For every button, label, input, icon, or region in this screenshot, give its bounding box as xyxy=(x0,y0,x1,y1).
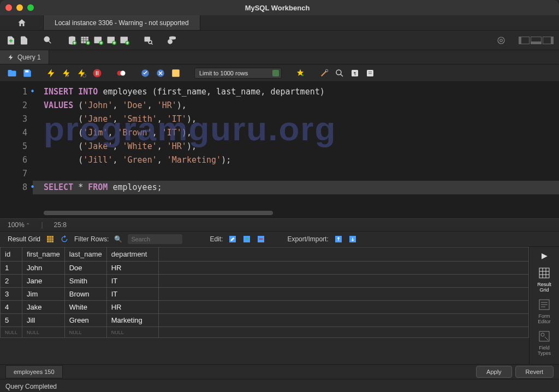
create-procedure-icon[interactable] xyxy=(106,35,117,46)
line-number: 6 xyxy=(0,153,27,167)
field-types-icon xyxy=(538,330,551,343)
commit-icon[interactable] xyxy=(140,68,151,79)
result-grid[interactable]: id first_name last_name department 1John… xyxy=(0,247,529,364)
svg-point-20 xyxy=(325,69,328,72)
svg-point-16 xyxy=(121,70,126,75)
home-tab[interactable] xyxy=(0,15,44,30)
connection-tab[interactable]: Local instance 3306 - Warning - not supp… xyxy=(44,15,200,30)
export-icon[interactable] xyxy=(334,235,343,243)
export-label: Export/Import: xyxy=(287,235,328,243)
invisible-chars-icon[interactable] xyxy=(334,68,345,79)
grid-view-icon[interactable] xyxy=(46,235,55,243)
horizontal-scrollbar[interactable] xyxy=(44,211,273,215)
query-tab-label: Query 1 xyxy=(17,54,41,61)
create-table-icon[interactable] xyxy=(80,35,91,46)
window-title: MySQL Workbench xyxy=(34,4,521,12)
svg-text:¶: ¶ xyxy=(354,71,356,76)
svg-point-14 xyxy=(83,74,86,77)
query-tab[interactable]: Query 1 xyxy=(0,50,49,64)
query-toolbar: Limit to 1000 rows ¶ xyxy=(0,64,559,82)
result-toolbar: Result Grid Filter Rows: 🔍 Edit: Export/… xyxy=(0,231,559,247)
find-icon[interactable] xyxy=(319,68,330,79)
svg-point-12 xyxy=(500,39,503,41)
new-sql-tab-icon[interactable] xyxy=(5,35,16,46)
result-tabs-bar: employees 150 Apply Revert xyxy=(0,364,559,379)
stop-icon[interactable] xyxy=(92,68,103,79)
line-gutter: 1 2 3 4 5 6 7 8 xyxy=(0,82,33,218)
open-sql-icon[interactable] xyxy=(19,35,29,46)
close-window-icon[interactable] xyxy=(5,4,12,11)
inspector-icon[interactable] xyxy=(43,35,53,46)
settings-icon[interactable] xyxy=(496,35,507,46)
import-icon[interactable] xyxy=(348,235,357,243)
col-last-name[interactable]: last_name xyxy=(64,247,106,262)
col-department[interactable]: department xyxy=(106,247,158,262)
svg-point-35 xyxy=(541,333,544,336)
form-editor-tab[interactable]: Form Editor xyxy=(538,298,551,324)
sql-editor[interactable]: 1 2 3 4 5 6 7 8 INSERT INTO employees (f… xyxy=(0,82,559,218)
limit-rows-select[interactable]: Limit to 1000 rows xyxy=(194,68,282,79)
edit-row-icon[interactable] xyxy=(228,235,237,243)
create-schema-icon[interactable] xyxy=(67,35,78,46)
save-file-icon[interactable] xyxy=(22,68,33,79)
header-row: id first_name last_name department xyxy=(1,247,529,262)
toggle-sidebar-icon[interactable] xyxy=(519,37,530,44)
execute-icon[interactable] xyxy=(46,68,57,79)
table-row[interactable]: 1JohnDoeHR xyxy=(1,262,529,275)
table-row[interactable]: 4JakeWhiteHR xyxy=(1,301,529,314)
svg-rect-24 xyxy=(367,70,373,76)
svg-rect-19 xyxy=(172,69,180,77)
table-row[interactable]: 2JaneSmithIT xyxy=(1,275,529,288)
delete-row-icon[interactable] xyxy=(257,235,265,243)
toggle-autocommit-icon[interactable] xyxy=(116,68,127,79)
filter-search-input[interactable] xyxy=(128,234,182,244)
result-grid-tab[interactable]: Result Grid xyxy=(537,266,551,293)
status-text: Query Completed xyxy=(5,383,57,390)
titlebar: MySQL Workbench xyxy=(0,0,559,15)
toggle-limit-icon[interactable] xyxy=(170,68,181,79)
col-first-name[interactable]: first_name xyxy=(22,247,65,262)
create-view-icon[interactable] xyxy=(93,35,104,46)
svg-rect-25 xyxy=(47,236,53,242)
line-number: 4 xyxy=(0,126,27,140)
expand-icon[interactable]: ▶ xyxy=(542,251,548,260)
window-controls xyxy=(5,4,34,11)
code-area[interactable]: INSERT INTO employees (first_name, last_… xyxy=(33,82,559,218)
minimize-window-icon[interactable] xyxy=(16,4,23,11)
toggle-secondary-icon[interactable] xyxy=(543,37,554,44)
rollback-icon[interactable] xyxy=(155,68,166,79)
table-row[interactable]: 3JimBrownIT xyxy=(1,288,529,301)
add-row-icon[interactable] xyxy=(242,235,251,243)
reconnect-icon[interactable] xyxy=(167,35,178,46)
line-number: 5 xyxy=(0,140,27,153)
execute-current-icon[interactable] xyxy=(61,68,72,79)
table-row[interactable]: 5JillGreenMarketing xyxy=(1,314,529,327)
snippets-icon[interactable] xyxy=(365,68,376,79)
table-row-null[interactable]: NULLNULLNULLNULL xyxy=(1,327,529,338)
svg-rect-32 xyxy=(539,268,549,278)
line-number: 2 xyxy=(0,99,27,112)
editor-status-bar: 100% | 25:8 xyxy=(0,218,559,231)
cursor-position: 25:8 xyxy=(54,221,67,229)
wrap-icon[interactable]: ¶ xyxy=(349,68,360,79)
query-tab-bar: Query 1 xyxy=(0,50,559,64)
open-file-icon[interactable] xyxy=(7,68,17,79)
maximize-window-icon[interactable] xyxy=(27,4,34,11)
result-side-panel: ▶ Result Grid Form Editor Field Types ⌄ xyxy=(529,247,559,364)
col-id[interactable]: id xyxy=(1,247,22,262)
toggle-output-icon[interactable] xyxy=(531,37,542,44)
connection-tab-bar: Local instance 3306 - Warning - not supp… xyxy=(0,15,559,31)
field-types-tab[interactable]: Field Types xyxy=(538,330,551,356)
result-grid-label: Result Grid xyxy=(8,235,40,243)
beautify-icon[interactable] xyxy=(295,68,306,79)
zoom-level[interactable]: 100% xyxy=(8,221,30,229)
explain-icon[interactable] xyxy=(76,68,87,79)
revert-button[interactable]: Revert xyxy=(515,366,554,378)
search-table-icon[interactable] xyxy=(143,35,154,46)
form-icon xyxy=(538,298,551,311)
result-tab[interactable]: employees 150 xyxy=(5,365,63,378)
refresh-icon[interactable] xyxy=(60,235,69,243)
line-number: 3 xyxy=(0,112,27,126)
create-function-icon[interactable] xyxy=(119,35,130,46)
apply-button[interactable]: Apply xyxy=(476,366,512,378)
